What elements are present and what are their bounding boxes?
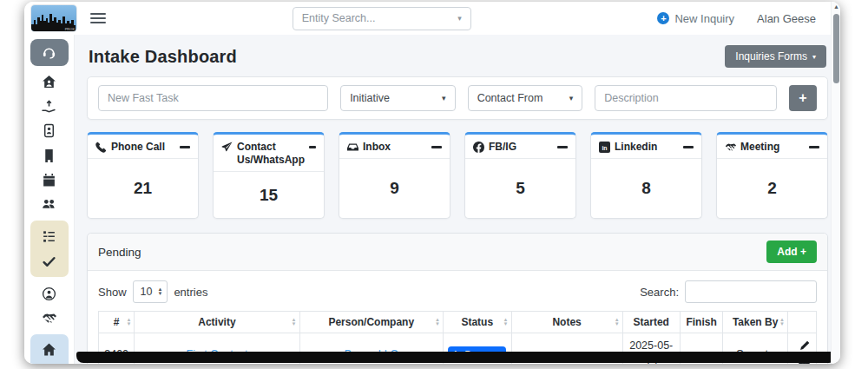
sidebar-group-tasks [30,221,69,277]
users-icon [42,197,56,212]
col-actions [787,312,816,333]
phone-icon [95,142,107,153]
sidebar-item-profile[interactable] [41,285,58,301]
inbox-icon [347,142,358,153]
sidebar-item-hand-holding[interactable] [41,98,58,115]
stat-value: 21 [134,179,152,198]
sort-icon: ▲▼ [779,318,785,327]
new-fast-task-input[interactable] [98,85,328,111]
col-person-company[interactable]: Person/Company▲▼ [299,312,443,333]
vertical-scrollbar[interactable]: ▲ [831,2,840,364]
handshake-icon [42,311,56,326]
home-icon [42,342,56,357]
sidebar-item-contacts[interactable] [41,122,58,139]
col-finish[interactable]: Finish [680,312,723,333]
table-search-input[interactable] [685,280,817,303]
sidebar-item-shelter[interactable] [41,74,58,90]
paper-plane-icon [221,142,233,153]
sort-icon: ▲▼ [615,318,620,327]
col-status[interactable]: Status▲▼ [443,312,511,333]
sidebar-item-calendar[interactable] [41,172,58,188]
window-bottom-edge [76,352,836,363]
entity-search-placeholder: Entity Search... [302,12,376,24]
task-list-icon [42,229,56,244]
stat-card-phone-call: Phone Call 21 [87,132,199,219]
sidebar-item-task-list[interactable] [41,227,58,245]
initiative-select[interactable]: Initiative ▾ [340,85,456,111]
search-label: Search: [640,286,679,299]
stat-card-fb-ig: FB/IG 5 [464,132,576,219]
sort-icon: ▲▼ [435,318,440,327]
col-notes[interactable]: Notes▲▼ [511,312,622,333]
chevron-down-icon: ▾ [457,14,462,23]
sort-icon: ▲▼ [292,318,297,327]
fast-task-form: Initiative ▾ Contact From ▾ + [87,76,828,120]
add-fast-task-button[interactable]: + [789,85,817,111]
check-icon [42,254,56,269]
col-activity[interactable]: Activity▲▼ [135,312,299,333]
sidebar-item-users[interactable] [41,196,58,213]
sort-icon: ▲▼ [126,318,131,327]
collapse-minus-icon[interactable] [557,146,568,148]
col-id[interactable]: #▲▼ [99,312,135,333]
contact-from-select[interactable]: Contact From ▾ [468,85,583,111]
entries-label: entries [174,286,207,299]
inquiries-forms-button[interactable]: Inquiries Forms ▾ [725,45,826,68]
chevron-down-icon: ▾ [569,94,574,102]
chevron-down-icon: ▾ [442,94,446,102]
stat-value: 5 [516,179,525,198]
collapse-minus-icon[interactable] [683,146,694,148]
user-circle-icon [42,287,56,301]
chevron-down-icon: ▾ [812,53,816,61]
linkedin-icon: in [599,142,610,153]
new-inquiry-label: New Inquiry [674,12,734,25]
facebook-icon [473,142,484,153]
collapse-minus-icon[interactable] [180,146,190,148]
user-name[interactable]: Alan Geese [757,12,816,25]
sidebar-item-home[interactable] [41,341,58,359]
sidebar-item-meetings[interactable] [41,310,58,326]
plus-circle-icon: + [657,12,669,24]
sidebar-item-approvals[interactable] [41,253,58,270]
svg-text:in: in [602,145,607,151]
sidebar-item-support[interactable] [30,39,69,66]
stat-value: 8 [641,179,651,198]
stat-card-inbox: Inbox 9 [339,132,450,219]
table-header-row: #▲▼ Activity▲▼ Person/Company▲▼ Status▲▼… [99,312,817,333]
app-window: PROX Entity Search... ▾ + New Inquiry Al… [24,2,840,364]
show-label: Show [98,286,127,299]
entity-search-select[interactable]: Entity Search... ▾ [293,7,471,30]
app-logo[interactable]: PROX [31,5,76,31]
menu-toggle-icon[interactable] [90,10,106,26]
stat-value: 2 [767,179,777,198]
page-title: Intake Dashboard [89,47,237,67]
id-badge-icon [42,123,56,138]
main-content: Intake Dashboard Inquiries Forms ▾ Initi… [75,35,840,364]
stat-card-contact-whatsapp: Contact Us/WhatsApp 15 [213,132,325,219]
stat-value: 9 [390,179,399,198]
hand-holding-up-icon [42,99,56,114]
pending-panel: Pending Add + Show 10 ▲▼ entries [87,233,828,364]
svg-text:PROX: PROX [65,27,76,31]
new-inquiry-button[interactable]: + New Inquiry [657,12,734,25]
updown-arrows-icon: ▲▼ [157,287,162,297]
handshake-icon [725,142,736,153]
scrollbar-thumb[interactable] [833,14,839,83]
sort-icon: ▲▼ [503,318,509,327]
page-size-select[interactable]: 10 ▲▼ [133,280,168,303]
home-shelter-icon [42,75,56,89]
collapse-minus-icon[interactable] [309,146,316,148]
calendar-icon [42,173,56,188]
sidebar-item-companies[interactable] [41,148,58,164]
add-pending-button[interactable]: Add + [766,241,817,263]
support-headset-icon [42,45,56,60]
scroll-up-arrow-icon[interactable]: ▲ [833,3,839,10]
collapse-minus-icon[interactable] [809,146,819,148]
description-input[interactable] [595,85,777,111]
sidebar-group-home [30,334,69,364]
col-taken-by[interactable]: Taken By▲▼ [723,312,787,333]
col-started[interactable]: Started [622,312,680,333]
collapse-minus-icon[interactable] [431,146,442,148]
stat-card-meeting: Meeting 2 [716,132,828,219]
city-skyline-icon: PROX [31,12,76,31]
